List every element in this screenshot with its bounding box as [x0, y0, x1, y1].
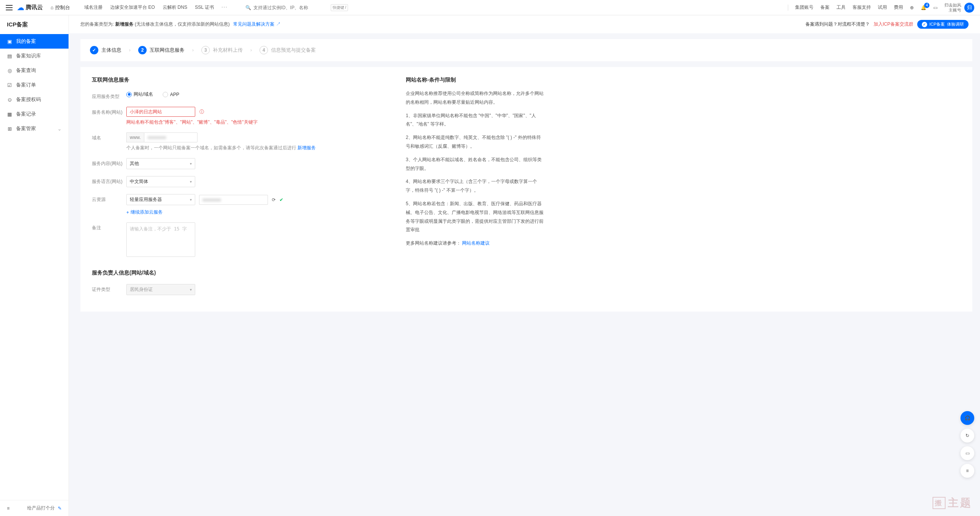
collapse-icon[interactable]: ≡ [7, 506, 10, 511]
info-para-2: 2、网站名称不能是纯数字、纯英文、不能包含除 "( ) -" 外的特殊符号和敏感… [406, 133, 544, 151]
sidebar-item-my-beian[interactable]: ▣ 我的备案 [0, 34, 69, 49]
chevron-down-icon: ▾ [190, 180, 192, 184]
brand-logo[interactable]: ☁ 腾讯云 [17, 3, 43, 12]
chevron-down-icon: ⌄ [57, 126, 62, 132]
headset-button[interactable]: 🎧 [960, 411, 974, 425]
info-para-3: 3、个人网站名称不能以域名、姓名命名，不能包含公司、组织等类型的字眼。 [406, 155, 544, 173]
cloud-icon: ☁ [17, 3, 24, 12]
chevron-down-icon: ▾ [190, 198, 192, 202]
sidebar-item-orders[interactable]: ☑ 备案订单 [0, 78, 69, 92]
chevron-right-icon: › [192, 47, 194, 53]
refresh-icon[interactable]: ⟳ [272, 197, 276, 202]
nav-ssl[interactable]: SSL 证书 [195, 4, 214, 11]
sidebar-footer[interactable]: ≡ 给产品打个分 ✎ [0, 500, 69, 516]
section-title-internet: 互联网信息服务 [92, 77, 390, 83]
hamburger-icon[interactable] [6, 5, 13, 10]
nav-dns[interactable]: 云解析 DNS [163, 4, 188, 11]
banner-suffix: (无法修改主体信息，仅支持添加新的网站信息) [135, 21, 231, 27]
nav-more[interactable]: ··· [222, 4, 228, 11]
hr-group-account[interactable]: 集团账号 [795, 4, 813, 11]
console-link[interactable]: ⌂ 控制台 [51, 4, 70, 11]
step-num: 2 [138, 46, 147, 54]
add-cloud-link[interactable]: + 继续添加云服务 [126, 209, 390, 216]
label-language: 服务语言(网站) [92, 176, 126, 185]
sidebar-item-authcode[interactable]: ⊙ 备案授权码 [0, 92, 69, 107]
brand-text: 腾讯云 [26, 4, 43, 11]
select-value: 居民身份证 [130, 286, 153, 293]
sidebar-item-records[interactable]: ▦ 备案记录 [0, 107, 69, 121]
search-box[interactable]: 🔍 [242, 4, 326, 11]
ticket-icon[interactable]: ▭ [933, 5, 938, 10]
error-message: 网站名称不能包含"博客"、"网站"、"赌博"、"毒品"、"色情"关键字 [126, 119, 390, 126]
top-header: ☁ 腾讯云 ⌂ 控制台 域名注册 边缘安全加速平台 EO 云解析 DNS SSL… [0, 0, 980, 15]
share-button[interactable]: ↻ [960, 429, 974, 443]
nav-edge[interactable]: 边缘安全加速平台 EO [110, 4, 155, 11]
hr-tools[interactable]: 工具 [836, 4, 846, 11]
step-4: 4 信息预览与提交备案 [260, 46, 316, 54]
naming-suggestion-link[interactable]: 网站名称建议 [462, 240, 490, 246]
radio-website[interactable]: 网站/域名 [126, 91, 153, 98]
user-role: 主账号 [944, 8, 961, 13]
step-1[interactable]: ✓ 主体信息 [90, 46, 121, 54]
cloud-type-select[interactable]: 轻量应用服务器 ▾ [126, 194, 195, 205]
domain-help: 个人备案时，一个网站只能备案一个域名，如需备案多个，请等此次备案通过后进行 [126, 145, 296, 150]
sidebar-item-label: 备案记录 [16, 111, 36, 118]
domain-prefix: www. [126, 132, 144, 142]
info-panel: 网站名称-条件与限制 企业网站名称推荐使用公司全称或简称作为网站名称，允许多个网… [406, 77, 544, 302]
rate-label: 给产品打个分 [13, 505, 55, 511]
label-domain: 域名 [92, 132, 126, 141]
radio-icon [163, 92, 168, 97]
globe-icon[interactable]: ⊕ [910, 5, 914, 10]
chevron-right-icon: › [129, 47, 131, 53]
sidebar-item-query[interactable]: ◎ 备案查询 [0, 63, 69, 78]
service-name-input[interactable] [126, 107, 195, 117]
plus-icon: + [126, 210, 129, 215]
sidebar-item-butler[interactable]: ⊞ 备案管家 ⌄ [0, 121, 69, 136]
sidebar-item-kb[interactable]: ▤ 备案知识库 [0, 49, 69, 63]
label-remark: 备注 [92, 222, 126, 231]
chevron-right-icon: › [250, 47, 252, 53]
hr-support[interactable]: 客服支持 [853, 4, 871, 11]
cloud-instance-select[interactable]: xxxxxxxx [199, 195, 268, 205]
notification-bell[interactable]: 🔔 4 [921, 5, 926, 10]
add-service-link[interactable]: 新增服务 [297, 145, 316, 150]
step-num: 4 [260, 46, 268, 54]
sidebar-item-label: 备案授权码 [16, 96, 41, 103]
docs-button[interactable]: ▭ [960, 446, 974, 460]
user-name: 归去如风 [944, 3, 961, 8]
search-input[interactable] [253, 5, 323, 10]
radio-app[interactable]: APP [163, 92, 179, 97]
remark-textarea[interactable] [126, 222, 195, 257]
hr-beian[interactable]: 备案 [820, 4, 830, 11]
section-title-responsible: 服务负责人信息(网站/域名) [92, 269, 390, 276]
faq-link[interactable]: 常见问题及解决方案 ↗ [233, 21, 280, 27]
progress-steps: ✓ 主体信息 › 2 互联网信息服务 › 3 补充材料上传 › 4 信息预览与提… [80, 39, 972, 61]
info-para-0: 企业网站名称推荐使用公司全称或简称作为网站名称，允许多个网站的名称相同，网站名称… [406, 89, 544, 107]
language-select[interactable]: 中文简体 ▾ [126, 176, 195, 187]
record-icon: ▦ [7, 111, 12, 117]
console-label: 控制台 [55, 4, 70, 11]
order-icon: ☑ [7, 82, 12, 88]
main-content: 您的备案类型为: 新增服务 (无法修改主体信息，仅支持添加新的网站信息) 常见问… [69, 15, 980, 516]
radio-label: 网站/域名 [134, 91, 153, 98]
info-para-1: 1、非国家级单位网站名称不能包含 "中国"、"中华"、"国家"、"人名"、"地名… [406, 111, 544, 129]
user-area[interactable]: 归去如风 主账号 归 [944, 3, 974, 13]
sidebar-item-label: 我的备案 [16, 38, 36, 45]
hr-cost[interactable]: 费用 [894, 4, 903, 11]
menu-button[interactable]: ≡ [960, 464, 974, 478]
step-2[interactable]: 2 互联网信息服务 [138, 46, 185, 54]
key-icon: ⊙ [7, 97, 12, 102]
domain-input[interactable] [144, 132, 198, 142]
join-group-link[interactable]: 加入ICP备案交流群 [874, 21, 913, 28]
step-3: 3 补充材料上传 [201, 46, 243, 54]
search-icon: 🔍 [245, 5, 251, 10]
content-select[interactable]: 其他 ▾ [126, 158, 195, 169]
nav-domain[interactable]: 域名注册 [84, 4, 103, 11]
avatar[interactable]: 归 [964, 3, 974, 13]
icp-button[interactable]: ✓ ICP备案 体验调研 [917, 20, 969, 29]
hr-trial[interactable]: 试用 [878, 4, 887, 11]
info-banner: 您的备案类型为: 新增服务 (无法修改主体信息，仅支持添加新的网站信息) 常见问… [69, 15, 980, 33]
header-nav: 域名注册 边缘安全加速平台 EO 云解析 DNS SSL 证书 ··· [84, 4, 228, 11]
pencil-icon: ✎ [58, 506, 62, 511]
icp-secondary-label: 体验调研 [947, 21, 964, 27]
